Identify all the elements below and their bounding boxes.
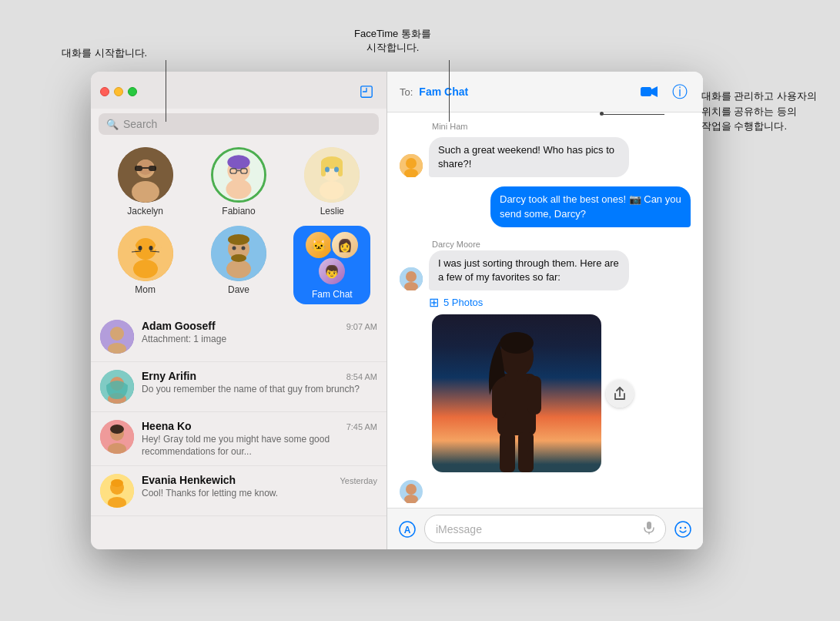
svg-point-67 [500,332,534,354]
minimize-button[interactable] [114,87,123,96]
sender-label-miniham: Mini Ham [432,122,691,131]
message-placeholder: iMessage [436,523,482,535]
pinned-contacts-row-1: Jackelyn [91,141,387,220]
conv-info-adam: Adam Gooseff 9:07 AM Attachment: 1 image [142,320,377,346]
svg-point-22 [334,167,339,173]
avatar-jackelyn [118,147,173,203]
svg-point-77 [684,526,686,528]
photos-indicator[interactable]: ⊞ 5 Photos [429,295,691,310]
search-placeholder: Search [123,118,157,130]
avatar-heena [100,420,134,454]
svg-point-40 [110,327,124,341]
svg-point-37 [232,247,236,250]
avatar-darcy-bottom [400,480,423,503]
messages-area: Mini Ham Such a great weekend! Who has p… [387,112,703,508]
avatar-leslie [304,147,360,203]
conv-info-heena: Heena Ko 7:45 AM Hey! Gray told me you m… [142,420,377,458]
message-input[interactable]: iMessage [424,515,666,543]
bubble-miniham: Such a great weekend! Who has pics to sh… [429,137,629,177]
svg-rect-65 [500,432,515,472]
fullscreen-button[interactable] [128,87,137,96]
photo-attachment[interactable] [432,314,601,472]
conv-name-adam: Adam Gooseff [142,320,216,332]
chat-panel: To: Fam Chat ⓘ Mini Ham [387,72,703,549]
contact-name-famchat: Fam Chat [312,289,353,300]
svg-point-35 [228,234,249,245]
svg-point-59 [406,271,417,282]
conv-preview-evania: Cool! Thanks for letting me know. [142,488,377,500]
input-area: A iMessage [387,508,703,549]
avatar-miniham [400,154,423,177]
pinned-contact-dave[interactable]: Dave [200,226,277,304]
svg-rect-64 [527,376,541,415]
darcy-bottom-row [400,480,691,503]
contact-name-fabiano: Fabiano [222,206,255,217]
traffic-lights [100,87,137,96]
conversation-item-erny[interactable]: Erny Arifin 8:54 AM Do you remember the … [91,362,387,412]
bubble-darcy: I was just sorting through them. Here ar… [429,250,629,290]
conversation-item-evania[interactable]: Evania Henkewich Yesterday Cool! Thanks … [91,466,387,516]
svg-rect-53 [641,87,651,96]
search-bar[interactable]: 🔍 Search [99,113,379,135]
search-icon: 🔍 [106,119,119,130]
conv-time-evania: Yesterday [340,476,377,485]
apps-button[interactable]: A [397,519,418,540]
contact-name-jackelyn: Jackelyn [127,206,163,217]
svg-point-21 [325,167,330,173]
svg-point-76 [680,526,681,528]
pinned-contacts-row-2: Mom [91,220,387,312]
svg-rect-73 [647,522,651,529]
share-button[interactable] [606,380,634,408]
conv-preview-heena: Hey! Gray told me you might have some go… [142,434,377,458]
annotation-compose: 대화를 시작합니다. [62,46,147,60]
avatar-darcy [400,267,423,290]
svg-point-10 [226,180,251,200]
svg-point-3 [132,181,159,203]
avatar-fabiano [211,147,266,203]
conv-preview-adam: Attachment: 1 image [142,334,377,346]
svg-point-29 [149,246,152,250]
conversation-item-adam[interactable]: Adam Gooseff 9:07 AM Attachment: 1 image [91,312,387,362]
chat-actions: ⓘ [638,81,691,102]
contact-name-dave: Dave [228,284,249,295]
svg-text:A: A [404,525,411,535]
svg-point-24 [135,238,156,260]
conv-time-heena: 7:45 AM [346,422,377,431]
sidebar: 🔍 Search [91,72,387,549]
avatar-adam [100,320,134,354]
conversation-item-heena[interactable]: Heena Ko 7:45 AM Hey! Gray told me you m… [91,412,387,466]
pinned-contact-leslie[interactable]: Leslie [293,147,370,217]
pinned-contact-famchat[interactable]: 🐱 👩 👦 Fam Chat [293,226,370,304]
compose-button[interactable] [356,81,377,102]
photos-grid-icon: ⊞ [429,295,439,310]
fam-chat-group-avatar: 🐱 👩 👦 [304,230,360,286]
sidebar-titlebar [91,72,387,109]
svg-point-56 [406,158,417,169]
conv-info-evania: Evania Henkewich Yesterday Cool! Thanks … [142,474,377,500]
avatar-evania [100,474,134,508]
message-row-miniham: Such a great weekend! Who has pics to sh… [400,137,691,177]
svg-point-52 [111,479,123,487]
darcy-section: Darcy Moore I was just sorting through t… [400,240,691,503]
facetime-button[interactable] [638,81,660,102]
avatar-erny [100,370,134,404]
pinned-contact-fabiano[interactable]: Fabiano [200,147,277,217]
svg-rect-20 [338,161,343,176]
close-button[interactable] [100,87,109,96]
svg-point-75 [675,522,691,537]
pinned-contact-jackelyn[interactable]: Jackelyn [107,147,184,217]
chat-header: To: Fam Chat ⓘ [387,72,703,112]
chat-recipient-name: Fam Chat [419,86,632,98]
svg-point-25 [133,260,158,278]
contact-name-mom: Mom [135,284,156,295]
conv-name-heena: Heena Ko [142,420,192,432]
svg-marker-54 [651,86,658,97]
conv-preview-erny: Do you remember the name of that guy fro… [142,384,377,396]
pinned-contact-mom[interactable]: Mom [107,226,184,304]
photo-attachment-wrapper [432,314,601,472]
svg-point-69 [406,484,417,495]
emoji-button[interactable] [672,519,694,540]
svg-point-11 [227,155,249,169]
annotation-info: 대화를 관리하고 사용자의위치를 공유하는 등의작업을 수행합니다. [701,89,817,134]
info-button[interactable]: ⓘ [669,81,691,102]
